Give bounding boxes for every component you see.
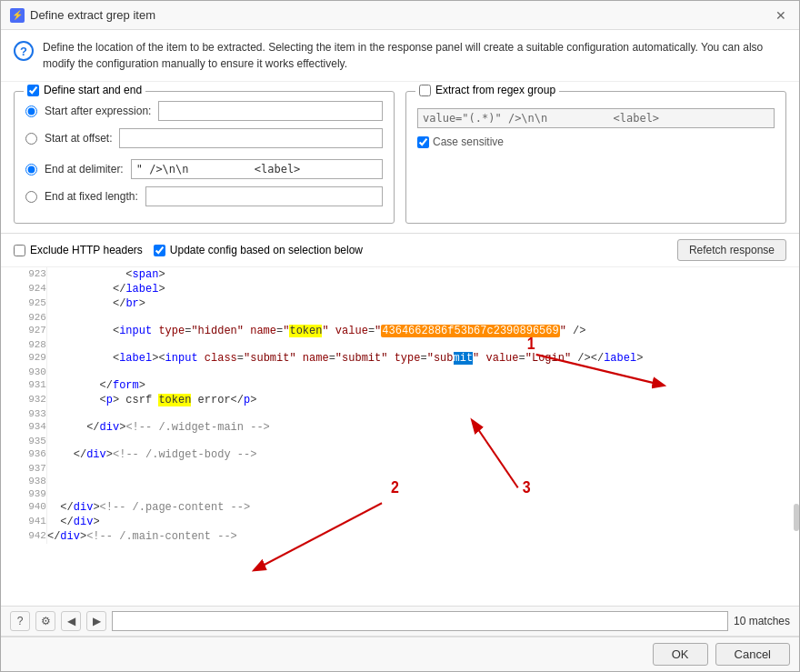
table-row: 938 xyxy=(1,475,799,487)
settings-button[interactable]: ⚙ xyxy=(35,611,55,631)
table-row: 937 xyxy=(1,462,799,475)
exclude-http-checkbox[interactable] xyxy=(14,245,25,256)
info-icon: ? xyxy=(14,41,34,61)
line-content: </div><!-- /.widget-main --> xyxy=(46,420,799,435)
close-button[interactable]: ✕ xyxy=(772,6,790,25)
right-panel-legend: Extract from regex group xyxy=(415,84,559,96)
search-input[interactable]: token xyxy=(112,611,728,631)
line-content: </div><!-- /.page-content --> xyxy=(46,500,799,515)
table-row: 941 </div> xyxy=(1,515,799,529)
left-panel: Define start and end Start after express… xyxy=(14,91,395,224)
update-config-checkbox[interactable] xyxy=(154,245,165,256)
exclude-http-label[interactable]: Exclude HTTP headers xyxy=(14,244,143,256)
options-row: Exclude HTTP headers Update config based… xyxy=(1,234,799,267)
right-panel: Extract from regex group Case sensitive xyxy=(405,91,786,224)
table-row: 931 </form> xyxy=(1,378,799,393)
line-content: </label> xyxy=(46,282,799,296)
code-area[interactable]: 923 <span> 924 </label> 925 </br> 926 xyxy=(1,267,799,607)
regex-input[interactable] xyxy=(417,108,775,128)
table-row: 930 xyxy=(1,366,799,378)
update-config-label[interactable]: Update config based on selection below xyxy=(154,244,363,256)
line-number: 929 xyxy=(1,351,46,366)
line-number: 934 xyxy=(1,420,46,435)
line-content xyxy=(46,311,799,324)
code-table: 923 <span> 924 </label> 925 </br> 926 xyxy=(1,267,799,544)
prev-button[interactable]: ◀ xyxy=(61,611,81,631)
line-content xyxy=(46,462,799,475)
scrollbar[interactable] xyxy=(792,267,799,606)
line-number: 941 xyxy=(1,515,46,529)
line-number: 937 xyxy=(1,462,46,475)
line-content xyxy=(46,407,799,420)
line-number: 931 xyxy=(1,378,46,393)
line-content: </div><!-- /.main-content --> xyxy=(46,529,799,544)
radio-start-after-row: Start after expression: value=" xyxy=(25,101,383,121)
line-content: <label><input class="submit" name="submi… xyxy=(46,351,799,366)
radio-end-delimiter-label[interactable]: End at delimiter: xyxy=(45,163,124,176)
table-row: 932 <p> csrf token error</p> xyxy=(1,393,799,407)
line-content xyxy=(46,487,799,500)
radio-end-fixed-row: End at fixed length: 27 xyxy=(25,186,383,206)
line-content: <p> csrf token error</p> xyxy=(46,393,799,407)
table-row: 923 <span> xyxy=(1,267,799,282)
line-content xyxy=(46,338,799,351)
end-fixed-input[interactable]: 27 xyxy=(145,186,383,206)
table-row: 924 </label> xyxy=(1,282,799,296)
radio-start-offset-label[interactable]: Start at offset: xyxy=(45,132,112,145)
table-row: 928 xyxy=(1,338,799,351)
table-row: 939 xyxy=(1,487,799,500)
case-sensitive-row: Case sensitive xyxy=(417,135,775,148)
line-content: </form> xyxy=(46,378,799,393)
help-button[interactable]: ? xyxy=(10,611,30,631)
line-number: 940 xyxy=(1,500,46,515)
info-text: Define the location of the item to be ex… xyxy=(43,39,786,72)
line-content: <input type="hidden" name="token" value=… xyxy=(46,324,799,338)
radio-start-offset[interactable] xyxy=(25,133,37,145)
table-row: 929 <label><input class="submit" name="s… xyxy=(1,351,799,366)
title-bar-text: Define extract grep item xyxy=(30,8,766,22)
line-number: 933 xyxy=(1,407,46,420)
line-number: 926 xyxy=(1,311,46,324)
define-start-end-checkbox[interactable] xyxy=(27,85,39,96)
start-after-input[interactable]: value=" xyxy=(158,101,383,121)
line-content xyxy=(46,435,799,447)
radio-end-fixed[interactable] xyxy=(25,191,37,203)
line-number: 928 xyxy=(1,338,46,351)
right-panel-legend-text: Extract from regex group xyxy=(435,84,555,96)
info-banner: ? Define the location of the item to be … xyxy=(1,30,799,82)
regex-input-row xyxy=(417,108,775,128)
line-number: 936 xyxy=(1,447,46,462)
extract-regex-checkbox[interactable] xyxy=(419,85,431,96)
line-number: 932 xyxy=(1,393,46,407)
line-content xyxy=(46,475,799,487)
ok-button[interactable]: OK xyxy=(653,643,708,666)
title-bar-icon: ⚡ xyxy=(10,8,25,23)
config-area: Define start and end Start after express… xyxy=(1,82,799,234)
cancel-button[interactable]: Cancel xyxy=(715,643,790,666)
line-number: 930 xyxy=(1,366,46,378)
table-row: 934 </div><!-- /.widget-main --> xyxy=(1,420,799,435)
line-number: 924 xyxy=(1,282,46,296)
table-row: 942 </div><!-- /.main-content --> xyxy=(1,529,799,544)
case-sensitive-checkbox[interactable] xyxy=(417,136,429,148)
start-offset-input[interactable]: 32435 xyxy=(119,128,383,148)
left-panel-legend-text: Define start and end xyxy=(44,84,142,96)
radio-start-after-label[interactable]: Start after expression: xyxy=(45,105,151,117)
line-content: </div> xyxy=(46,515,799,529)
dialog: ⚡ Define extract grep item ✕ ? Define th… xyxy=(0,0,800,672)
line-number: 925 xyxy=(1,296,46,311)
case-sensitive-label[interactable]: Case sensitive xyxy=(417,135,504,148)
radio-end-fixed-label[interactable]: End at fixed length: xyxy=(45,190,138,203)
table-row: 925 </br> xyxy=(1,296,799,311)
left-panel-legend: Define start and end xyxy=(24,84,145,96)
radio-start-after[interactable] xyxy=(25,105,37,117)
table-row: 933 xyxy=(1,407,799,420)
refetch-button[interactable]: Refetch response xyxy=(677,239,786,261)
table-row-highlighted: 927 <input type="hidden" name="token" va… xyxy=(1,324,799,338)
line-number: 939 xyxy=(1,487,46,500)
end-delimiter-input[interactable] xyxy=(131,159,383,179)
radio-end-delimiter-row: End at delimiter: xyxy=(25,159,383,179)
line-content: </br> xyxy=(46,296,799,311)
radio-end-delimiter[interactable] xyxy=(25,164,37,176)
next-button[interactable]: ▶ xyxy=(86,611,106,631)
